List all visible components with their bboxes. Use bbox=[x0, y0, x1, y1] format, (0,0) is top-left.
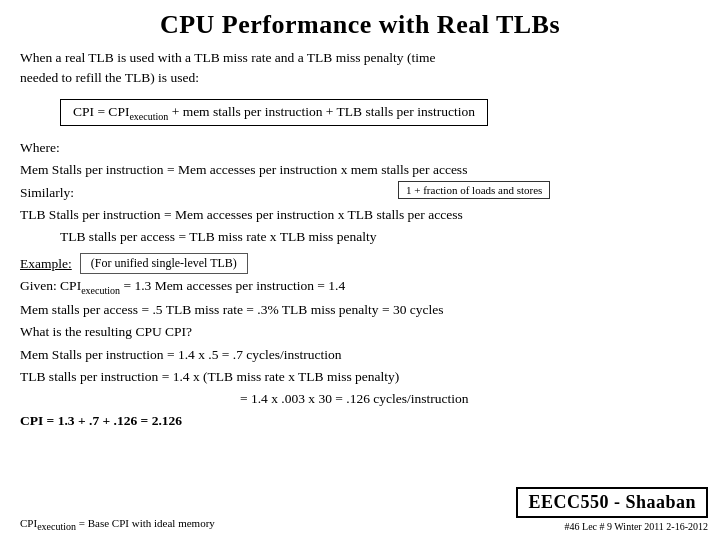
mem-access-line: Mem stalls per access = .5 TLB miss rate… bbox=[20, 300, 700, 320]
given-sub: execution bbox=[81, 285, 120, 296]
where-label: Where: bbox=[20, 138, 700, 158]
callout-box: 1 + fraction of loads and stores bbox=[398, 181, 550, 199]
mem-stalls-line: Mem Stalls per instruction = Mem accesse… bbox=[20, 160, 700, 180]
footer-left: CPIexecution = Base CPI with ideal memor… bbox=[20, 517, 215, 532]
tlb-stalls-calc1: TLB stalls per instruction = 1.4 x (TLB … bbox=[20, 367, 700, 387]
example-label: Example: bbox=[20, 256, 72, 272]
footer-right: #46 Lec # 9 Winter 2011 2-16-2012 bbox=[565, 521, 708, 532]
footer-sub: execution bbox=[37, 521, 76, 532]
cpi-final: CPI = 1.3 + .7 + .126 = 2.126 bbox=[20, 411, 700, 431]
for-unified-box: (For unified single-level TLB) bbox=[80, 253, 248, 274]
what-line: What is the resulting CPU CPI? bbox=[20, 322, 700, 342]
page-title: CPU Performance with Real TLBs bbox=[20, 10, 700, 40]
cpi-formula-box: CPI = CPIexecution + mem stalls per inst… bbox=[60, 99, 488, 127]
where-section: Where: Mem Stalls per instruction = Mem … bbox=[20, 138, 700, 181]
given-line: Given: CPIexecution = 1.3 Mem accesses p… bbox=[20, 276, 700, 298]
similarly-label: Similarly: bbox=[20, 183, 74, 203]
example-row: Example: (For unified single-level TLB) bbox=[20, 253, 700, 274]
footer-cpi: CPI bbox=[20, 517, 37, 529]
cpi-sub: execution bbox=[129, 110, 168, 121]
callout-text: 1 + fraction of loads and stores bbox=[406, 184, 542, 196]
tlb-stalls-calc2: = 1.4 x .003 x 30 = .126 cycles/instruct… bbox=[240, 389, 700, 409]
intro-line1: When a real TLB is used with a TLB miss … bbox=[20, 50, 435, 65]
cpi-rest: + mem stalls per instruction + TLB stall… bbox=[168, 104, 475, 119]
tlb-stalls-per-inst: TLB Stalls per instruction = Mem accesse… bbox=[20, 205, 700, 225]
given-rest: = 1.3 Mem accesses per instruction = 1.4 bbox=[120, 278, 345, 293]
intro-line2: needed to refill the TLB) is used: bbox=[20, 70, 199, 85]
similarly-row: Similarly: 1 + fraction of loads and sto… bbox=[20, 183, 700, 203]
intro-text: When a real TLB is used with a TLB miss … bbox=[20, 48, 700, 89]
given-text: Given: CPI bbox=[20, 278, 81, 293]
cpi-formula-text: CPI = CPI bbox=[73, 104, 129, 119]
page: CPU Performance with Real TLBs When a re… bbox=[0, 0, 720, 540]
mem-stalls-calc: Mem Stalls per instruction = 1.4 x .5 = … bbox=[20, 345, 700, 365]
eecc-text: EECC550 - Shaaban bbox=[528, 492, 696, 512]
tlb-stalls-per-access: TLB stalls per access = TLB miss rate x … bbox=[60, 227, 700, 247]
eecc-box: EECC550 - Shaaban bbox=[516, 487, 708, 518]
footer-rest: = Base CPI with ideal memory bbox=[76, 517, 215, 529]
